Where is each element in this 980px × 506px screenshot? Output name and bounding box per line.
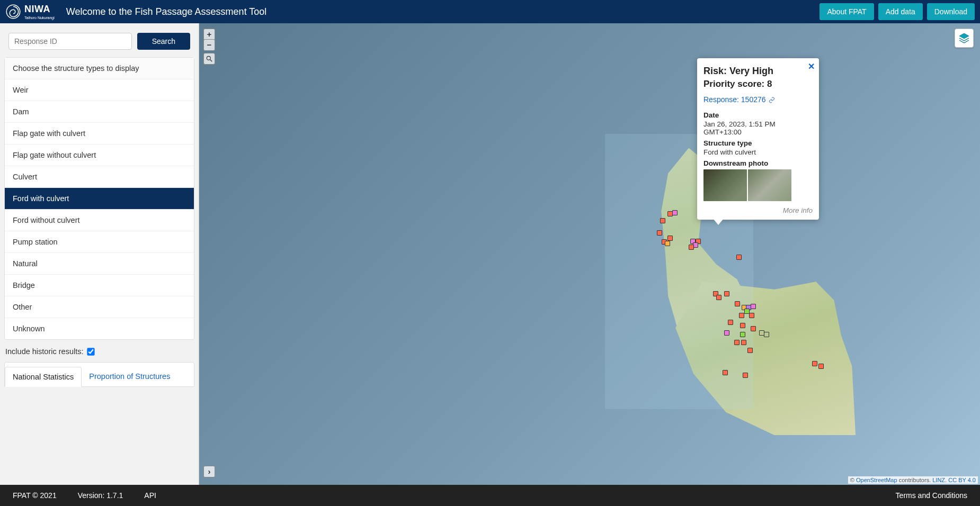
structure-marker[interactable] — [736, 255, 742, 260]
layers-button[interactable] — [955, 29, 974, 48]
download-button[interactable]: Download — [927, 3, 975, 20]
structure-marker[interactable] — [751, 304, 756, 309]
structure-marker[interactable] — [672, 210, 678, 215]
structure-type-item[interactable]: Pump station — [5, 231, 194, 253]
niwa-swirl-icon — [5, 4, 21, 20]
app-footer: FPAT © 2021 Version: 1.7.1 API Terms and… — [0, 485, 980, 506]
response-id-input[interactable] — [8, 33, 132, 50]
structure-marker[interactable] — [657, 230, 662, 236]
search-button[interactable]: Search — [137, 33, 190, 50]
downstream-photo-thumb[interactable] — [703, 169, 747, 201]
app-header: NIWA Taihoro Nukurangi Welcome to the Fi… — [0, 0, 980, 23]
footer-version: Version: 1.7.1 — [78, 491, 123, 500]
about-fpat-button[interactable]: About FPAT — [819, 3, 874, 20]
brand-name: NIWA — [24, 4, 55, 15]
osm-link[interactable]: OpenStreetMap — [856, 477, 897, 483]
popup-close-button[interactable]: ✕ — [808, 61, 815, 71]
linz-link[interactable]: LINZ — [932, 477, 945, 483]
footer-copyright: FPAT © 2021 — [13, 491, 57, 500]
stats-tabs: National Statistics Proportion of Struct… — [4, 362, 194, 387]
popup-response-link[interactable]: Response: 150276 — [703, 95, 775, 104]
structure-marker[interactable] — [667, 236, 673, 241]
structure-marker[interactable] — [667, 211, 673, 216]
magnifier-icon — [206, 55, 213, 62]
link-icon — [769, 97, 775, 103]
structure-marker[interactable] — [749, 313, 754, 318]
map-canvas[interactable]: + − › ✕ Risk: Very High Priority score: … — [199, 23, 980, 485]
structure-type-item[interactable]: Unknown — [5, 318, 194, 339]
structure-marker[interactable] — [716, 295, 721, 300]
historic-results-label: Include historic results: — [5, 347, 83, 356]
expand-sidebar-button[interactable]: › — [203, 466, 215, 477]
structure-marker[interactable] — [764, 332, 769, 337]
svg-point-1 — [207, 56, 210, 60]
structure-type-item[interactable]: Natural — [5, 253, 194, 275]
structure-marker[interactable] — [660, 218, 665, 223]
zoom-out-button[interactable]: − — [203, 39, 215, 51]
structure-marker[interactable] — [723, 370, 728, 375]
sidebar: Search Choose the structure types to dis… — [0, 23, 199, 485]
structure-marker[interactable] — [740, 332, 745, 337]
structure-type-item[interactable]: Flap gate without culvert — [5, 144, 194, 166]
structure-marker[interactable] — [724, 330, 729, 336]
structure-marker[interactable] — [747, 348, 753, 353]
popup-date-value: Jan 26, 2023, 1:51 PM GMT+13:00 — [703, 120, 813, 136]
structure-type-item[interactable]: Ford without culvert — [5, 210, 194, 231]
structure-marker[interactable] — [665, 241, 670, 246]
structure-types-header: Choose the structure types to display — [5, 58, 194, 79]
popup-more-info-link[interactable]: More info — [703, 206, 813, 214]
structure-type-item[interactable]: Flap gate with culvert — [5, 123, 194, 144]
structure-types-panel: Choose the structure types to display We… — [4, 57, 194, 340]
cc-link[interactable]: CC BY 4.0 — [948, 477, 976, 483]
structure-marker[interactable] — [818, 364, 824, 369]
brand-subtitle: Taihoro Nukurangi — [24, 16, 55, 20]
popup-photo-label: Downstream photo — [703, 159, 813, 167]
structure-marker[interactable] — [728, 320, 733, 325]
svg-line-2 — [210, 60, 212, 62]
historic-results-checkbox[interactable] — [87, 348, 95, 355]
structure-marker[interactable] — [739, 313, 744, 318]
structure-marker[interactable] — [743, 373, 748, 378]
tab-proportion-structures[interactable]: Proportion of Structures — [82, 367, 177, 386]
page-title: Welcome to the Fish Passage Assessment T… — [66, 6, 267, 17]
zoom-extent-button[interactable] — [203, 53, 215, 65]
structure-marker[interactable] — [689, 245, 694, 250]
structure-type-item[interactable]: Ford with culvert — [5, 188, 194, 210]
popup-structure-label: Structure type — [703, 139, 813, 147]
popup-priority-heading: Priority score: 8 — [703, 79, 813, 89]
structure-marker[interactable] — [735, 301, 740, 306]
layers-icon — [958, 32, 970, 44]
structure-type-item[interactable]: Dam — [5, 101, 194, 123]
map-attribution: © OpenStreetMap contributors. LINZ. CC B… — [848, 476, 978, 484]
brand-logo: NIWA Taihoro Nukurangi — [5, 4, 55, 20]
structure-type-item[interactable]: Other — [5, 296, 194, 318]
structure-marker[interactable] — [734, 340, 740, 345]
add-data-button[interactable]: Add data — [878, 3, 923, 20]
downstream-photo-thumb[interactable] — [748, 169, 791, 201]
structure-marker[interactable] — [751, 326, 756, 331]
structure-marker[interactable] — [740, 323, 745, 328]
structure-marker[interactable] — [724, 291, 729, 296]
structure-type-item[interactable]: Bridge — [5, 275, 194, 296]
structure-type-item[interactable]: Weir — [5, 79, 194, 101]
popup-date-label: Date — [703, 111, 813, 119]
structure-type-item[interactable]: Culvert — [5, 166, 194, 188]
popup-structure-value: Ford with culvert — [703, 148, 813, 156]
tab-national-statistics[interactable]: National Statistics — [5, 367, 82, 387]
structure-popup: ✕ Risk: Very High Priority score: 8 Resp… — [697, 58, 819, 220]
structure-marker[interactable] — [741, 340, 746, 345]
zoom-in-button[interactable]: + — [203, 29, 215, 40]
historic-results-row: Include historic results: — [2, 345, 197, 362]
footer-terms-link[interactable]: Terms and Conditions — [896, 491, 967, 500]
footer-api-link[interactable]: API — [144, 491, 156, 500]
popup-risk-heading: Risk: Very High — [703, 66, 813, 77]
structure-marker[interactable] — [812, 361, 817, 366]
